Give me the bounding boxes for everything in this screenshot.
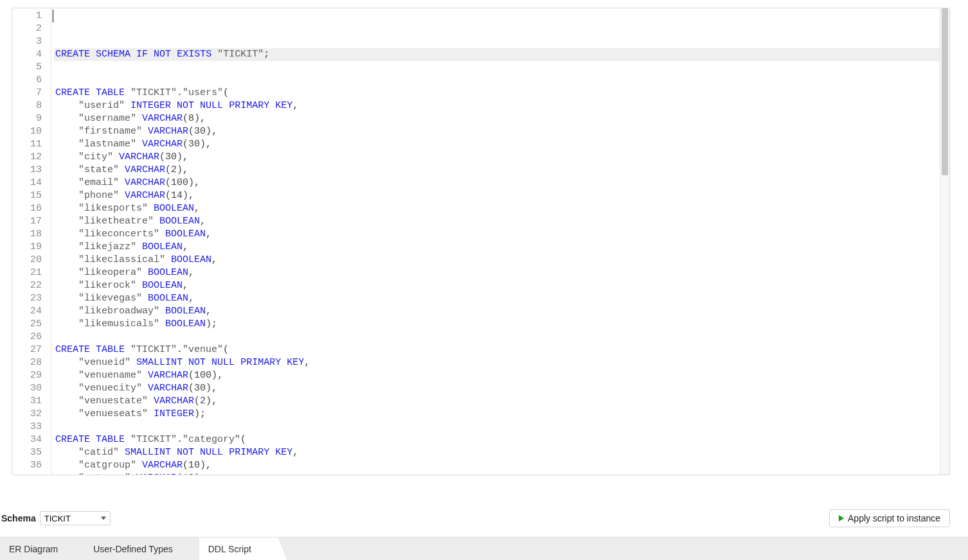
line-number: 29 [12, 369, 51, 382]
line-number: 14 [12, 177, 51, 189]
footer-tabs: ER DiagramUser-Defined TypesDDL Script [0, 537, 968, 560]
code-line[interactable]: "city" VARCHAR(30), [54, 151, 949, 164]
line-number: 12 [12, 151, 51, 164]
code-line[interactable]: "venuestate" VARCHAR(2), [54, 395, 949, 408]
code-line[interactable] [54, 61, 949, 74]
schema-group: Schema TICKIT [1, 511, 111, 525]
line-number: 24 [12, 305, 51, 318]
line-number: 36 [12, 459, 51, 472]
line-number: 19 [12, 241, 51, 254]
code-line[interactable]: CREATE TABLE "TICKIT"."users"( [54, 87, 949, 100]
code-line[interactable]: "likejazz" BOOLEAN, [54, 241, 949, 254]
code-area[interactable]: CREATE SCHEMA IF NOT EXISTS "TICKIT"; CR… [51, 8, 949, 475]
line-number: 8 [12, 100, 51, 112]
code-line[interactable]: "liketheatre" BOOLEAN, [54, 215, 949, 228]
line-number: 10 [12, 125, 51, 138]
line-number: 7 [12, 87, 51, 100]
play-icon [839, 515, 844, 521]
vertical-scrollbar[interactable] [940, 8, 949, 475]
line-number: 22 [12, 279, 51, 292]
line-number: 20 [12, 254, 51, 267]
line-number: 4 [12, 48, 51, 61]
tab-label: ER Diagram [9, 544, 58, 554]
line-number: 28 [12, 356, 51, 369]
tab-label: DDL Script [208, 544, 251, 554]
tab-er-diagram[interactable]: ER Diagram [0, 538, 84, 560]
line-number: 1 [12, 10, 51, 22]
code-line[interactable]: "likeconcerts" BOOLEAN, [54, 228, 949, 241]
line-number: 26 [12, 331, 51, 344]
line-number: 11 [12, 138, 51, 151]
code-line[interactable]: "venueid" SMALLINT NOT NULL PRIMARY KEY, [54, 356, 949, 369]
code-line[interactable]: CREATE TABLE "TICKIT"."category"( [54, 433, 949, 446]
line-number: 2 [12, 22, 51, 35]
line-number-gutter: 1234567891011121314151617181920212223242… [12, 8, 51, 475]
code-line[interactable]: CREATE SCHEMA IF NOT EXISTS "TICKIT"; [54, 48, 949, 61]
text-cursor [53, 10, 53, 22]
apply-script-button[interactable]: Apply script to instance [829, 509, 950, 527]
line-number: 9 [12, 112, 51, 125]
line-number: 17 [12, 215, 51, 228]
bottom-bar: Schema TICKIT Apply script to instance [1, 507, 950, 529]
code-line[interactable]: "likevegas" BOOLEAN, [54, 292, 949, 305]
line-number: 21 [12, 267, 51, 279]
line-number: 32 [12, 408, 51, 421]
code-line[interactable]: CREATE TABLE "TICKIT"."venue"( [54, 344, 949, 356]
line-number: 13 [12, 164, 51, 177]
code-line[interactable]: "email" VARCHAR(100), [54, 177, 949, 189]
line-number: 35 [12, 446, 51, 459]
code-line[interactable]: "likebroadway" BOOLEAN, [54, 305, 949, 318]
line-number: 5 [12, 61, 51, 74]
code-line[interactable]: "username" VARCHAR(8), [54, 112, 949, 125]
line-number: 30 [12, 382, 51, 395]
code-line[interactable]: "catid" SMALLINT NOT NULL PRIMARY KEY, [54, 446, 949, 459]
tab-user-defined-types[interactable]: User-Defined Types [84, 538, 199, 560]
code-line[interactable]: "likeopera" BOOLEAN, [54, 267, 949, 279]
line-number: 25 [12, 318, 51, 331]
line-number: 15 [12, 189, 51, 202]
schema-select[interactable]: TICKIT [40, 511, 111, 525]
code-line[interactable]: "likerock" BOOLEAN, [54, 279, 949, 292]
code-line[interactable] [54, 74, 949, 87]
code-line[interactable]: "phone" VARCHAR(14), [54, 189, 949, 202]
code-line[interactable]: "lastname" VARCHAR(30), [54, 138, 949, 151]
apply-script-label: Apply script to instance [848, 513, 940, 523]
tab-ddl-script[interactable]: DDL Script [199, 538, 278, 560]
code-line[interactable]: "userid" INTEGER NOT NULL PRIMARY KEY, [54, 100, 949, 112]
code-line[interactable]: "catname" VARCHAR(10), [54, 472, 949, 475]
line-number: 18 [12, 228, 51, 241]
schema-label: Schema [1, 513, 36, 523]
editor-panel: 1234567891011121314151617181920212223242… [12, 8, 950, 475]
code-line[interactable]: "catgroup" VARCHAR(10), [54, 459, 949, 472]
line-number: 34 [12, 433, 51, 446]
code-line[interactable]: "firstname" VARCHAR(30), [54, 125, 949, 138]
line-number: 6 [12, 74, 51, 87]
schema-select-wrap: TICKIT [40, 511, 111, 525]
code-line[interactable] [54, 421, 949, 433]
line-number: 33 [12, 421, 51, 433]
line-number: 27 [12, 344, 51, 356]
code-line[interactable]: "venuename" VARCHAR(100), [54, 369, 949, 382]
sql-editor[interactable]: 1234567891011121314151617181920212223242… [12, 8, 949, 475]
code-line[interactable]: "likesports" BOOLEAN, [54, 202, 949, 215]
code-line[interactable]: "venueseats" INTEGER); [54, 408, 949, 421]
scrollbar-thumb[interactable] [942, 8, 948, 175]
code-line[interactable] [54, 331, 949, 344]
tab-label: User-Defined Types [93, 544, 172, 554]
editor-scroll: 1234567891011121314151617181920212223242… [12, 8, 949, 475]
line-number: 16 [12, 202, 51, 215]
code-line[interactable]: "likeclassical" BOOLEAN, [54, 254, 949, 267]
code-line[interactable]: "likemusicals" BOOLEAN); [54, 318, 949, 331]
line-number: 23 [12, 292, 51, 305]
code-line[interactable]: "state" VARCHAR(2), [54, 164, 949, 177]
code-line[interactable]: "venuecity" VARCHAR(30), [54, 382, 949, 395]
line-number: 3 [12, 35, 51, 48]
line-number: 31 [12, 395, 51, 408]
